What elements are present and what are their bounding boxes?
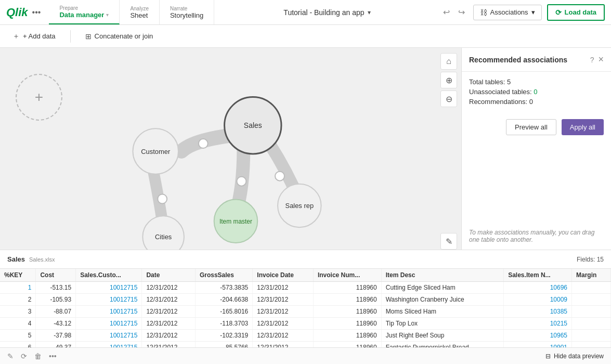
col-inv-date: Invoice Date	[253, 269, 314, 282]
panel-title: Recommended associations	[469, 56, 567, 64]
stat-total-tables-val: 5	[507, 78, 511, 86]
nav-tab-section-narrate: Narrate	[170, 6, 203, 11]
cell-date-2: 12/31/2012	[142, 294, 195, 306]
stat-unassociated: Unassociated tables: 0	[469, 88, 604, 96]
cell-date-4: 12/31/2012	[142, 318, 195, 330]
cell-gross-1: -573.3835	[195, 282, 252, 294]
add-data-button[interactable]: ＋ + Add data	[8, 30, 60, 43]
preview-table-name: Sales	[7, 255, 25, 263]
col-inv-num: Invoice Num...	[313, 269, 381, 282]
cell-gross-3: -165.8016	[195, 306, 252, 318]
stat-total-tables: Total tables: 5	[469, 78, 604, 86]
cell-invnum-4: 118960	[313, 318, 381, 330]
panel-actions: Preview all Apply all	[462, 114, 611, 140]
footer-icons: ✎ ⟳ 🗑 •••	[7, 352, 57, 360]
nav-right: ↩ ↪ ⛓ Associations ▾ ⟳ Load data	[440, 4, 605, 21]
cell-itemn-2: 10009	[504, 294, 572, 306]
panel-help-button[interactable]: ?	[590, 56, 594, 64]
edit-table-button[interactable]: ✎	[7, 352, 14, 360]
cell-cost-3: -88.07	[36, 306, 76, 318]
nav-tab-data-manager[interactable]: Prepare Data manager ▾	[49, 0, 120, 24]
apply-all-button[interactable]: Apply all	[562, 119, 604, 135]
redo-button[interactable]: ↪	[455, 5, 468, 19]
stat-unassoc-val: 0	[534, 88, 537, 96]
cell-itemn-6: 10901	[504, 342, 572, 348]
edge-dot-sales-customer	[199, 139, 208, 148]
cell-itemn-5: 10965	[504, 330, 572, 342]
data-preview: Sales Sales.xlsx Fields: 15 %KEY Cost Sa…	[0, 250, 611, 364]
nav-tab-label-data-manager: Data manager	[59, 11, 104, 19]
preview-all-button[interactable]: Preview all	[506, 119, 556, 135]
cell-invnum-6: 118960	[313, 342, 381, 348]
app-title: Tutorial - Building an app	[283, 8, 364, 17]
cell-key-6: 6	[0, 342, 36, 348]
cell-invdate-2: 12/31/2012	[253, 294, 314, 306]
cell-invnum-3: 118960	[313, 306, 381, 318]
canvas-area[interactable]: + Sales Customer Item maste	[0, 48, 461, 250]
canvas-zoom-out-button[interactable]: ⊖	[440, 90, 457, 107]
col-custo: Sales.Custo...	[76, 269, 142, 282]
cell-desc-6: Fantastic Pumpernickel Bread	[381, 342, 503, 348]
toolbar: ＋ + Add data ⊞ Concatenate or join	[0, 25, 611, 48]
undo-button[interactable]: ↩	[440, 5, 453, 19]
canvas-zoom-in-button[interactable]: ⊕	[440, 72, 457, 88]
app-title-area[interactable]: Tutorial - Building an app ▾	[214, 8, 439, 17]
panel-hint: To make associations manually, you can d…	[462, 223, 611, 250]
col-margin: Margin	[572, 269, 611, 282]
load-data-icon: ⟳	[555, 8, 562, 17]
hide-preview-button[interactable]: ⊟ Hide data preview	[545, 353, 604, 360]
col-gross: GrossSales	[195, 269, 252, 282]
preview-footer: ✎ ⟳ 🗑 ••• ⊟ Hide data preview	[0, 347, 611, 364]
stat-unassoc-label: Unassociated tables:	[469, 88, 532, 96]
toolbar-divider	[70, 30, 71, 43]
preview-fields: Fields: 15	[577, 256, 604, 263]
undo-redo-group: ↩ ↪	[440, 5, 468, 19]
nav-tab-label-sheet: Sheet	[130, 11, 149, 19]
cell-key-5: 5	[0, 330, 36, 342]
cell-desc-5: Just Right Beef Soup	[381, 330, 503, 342]
logo-menu-dots[interactable]: •••	[32, 8, 41, 17]
table-row: 4 -43.12 10012715 12/31/2012 -118.3703 1…	[0, 318, 611, 330]
stat-recom-val: 0	[529, 98, 533, 106]
home-icon: ⌂	[446, 57, 451, 66]
table-row: 3 -88.07 10012715 12/31/2012 -165.8016 1…	[0, 306, 611, 318]
cell-itemn-4: 10215	[504, 318, 572, 330]
canvas-controls: ⌂ ⊕ ⊖ ✎	[436, 48, 461, 250]
cell-itemn-1: 10696	[504, 282, 572, 294]
associations-button[interactable]: ⛓ Associations ▾	[473, 5, 542, 20]
preview-table: %KEY Cost Sales.Custo... Date GrossSales…	[0, 269, 611, 347]
stat-recom-label: Recommendations:	[469, 98, 527, 106]
preview-table-wrap[interactable]: %KEY Cost Sales.Custo... Date GrossSales…	[0, 269, 611, 347]
cell-desc-3: Moms Sliced Ham	[381, 306, 503, 318]
nav-tab-sheet[interactable]: Analyze Sheet	[120, 0, 160, 24]
table-row: 5 -37.98 10012715 12/31/2012 -102.3319 1…	[0, 330, 611, 342]
cell-cost-5: -37.98	[36, 330, 76, 342]
delete-table-button[interactable]: 🗑	[34, 352, 42, 360]
main-content: + Sales Customer Item maste	[0, 48, 611, 250]
refresh-table-button[interactable]: ⟳	[21, 352, 27, 360]
stat-total-tables-label: Total tables:	[469, 78, 505, 86]
cell-key-2: 2	[0, 294, 36, 306]
load-data-button[interactable]: ⟳ Load data	[547, 4, 605, 21]
preview-table-header-row: %KEY Cost Sales.Custo... Date GrossSales…	[0, 269, 611, 282]
nav-tab-dropdown-arrow[interactable]: ▾	[106, 12, 109, 18]
cell-margin-2	[572, 294, 611, 306]
nav-tab-storytelling[interactable]: Narrate Storytelling	[160, 0, 214, 24]
cell-margin-6	[572, 342, 611, 348]
cell-custo-4: 10012715	[76, 318, 142, 330]
more-options-button[interactable]: •••	[49, 352, 57, 360]
node-item-master-label: Item master	[219, 218, 252, 225]
panel-close-button[interactable]: ×	[598, 54, 604, 65]
canvas-edit-button[interactable]: ✎	[440, 233, 457, 250]
associations-chevron: ▾	[531, 8, 535, 16]
stat-recommendations: Recommendations: 0	[469, 98, 604, 106]
nav-tabs: Prepare Data manager ▾ Analyze Sheet Nar…	[49, 0, 214, 24]
hide-preview-label: Hide data preview	[554, 353, 604, 360]
concatenate-join-button[interactable]: ⊞ Concatenate or join	[81, 30, 158, 43]
panel-header: Recommended associations ? ×	[462, 48, 611, 72]
node-customer-label: Customer	[141, 148, 171, 155]
canvas-home-button[interactable]: ⌂	[440, 53, 457, 70]
cell-gross-2: -204.6638	[195, 294, 252, 306]
cell-cost-6: -49.37	[36, 342, 76, 348]
zoom-in-icon: ⊕	[446, 75, 452, 85]
